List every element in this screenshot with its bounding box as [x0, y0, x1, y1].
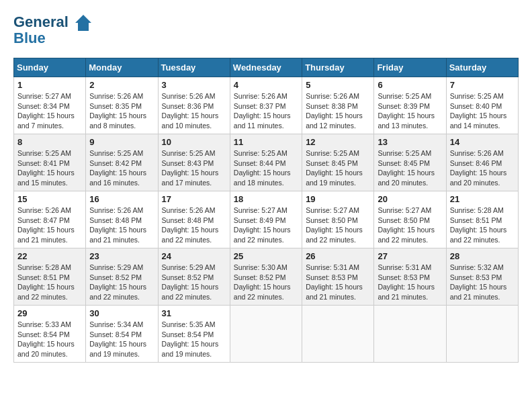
day-info: Sunrise: 5:25 AM Sunset: 8:43 PM Dayligh…	[162, 148, 226, 188]
day-number: 5	[306, 80, 370, 90]
day-info: Sunrise: 5:35 AM Sunset: 8:54 PM Dayligh…	[162, 320, 226, 359]
calendar-cell: 22Sunrise: 5:28 AM Sunset: 8:51 PM Dayli…	[14, 248, 86, 306]
day-number: 2	[89, 80, 154, 90]
day-number: 21	[450, 194, 515, 204]
calendar-cell	[230, 306, 302, 363]
day-number: 17	[162, 194, 226, 204]
day-info: Sunrise: 5:27 AM Sunset: 8:34 PM Dayligh…	[17, 91, 82, 131]
day-info: Sunrise: 5:25 AM Sunset: 8:41 PM Dayligh…	[17, 148, 82, 188]
calendar-cell: 20Sunrise: 5:27 AM Sunset: 8:50 PM Dayli…	[374, 191, 446, 248]
day-info: Sunrise: 5:31 AM Sunset: 8:53 PM Dayligh…	[306, 263, 370, 302]
logo-icon	[74, 13, 93, 32]
day-info: Sunrise: 5:29 AM Sunset: 8:52 PM Dayligh…	[162, 263, 226, 302]
day-info: Sunrise: 5:34 AM Sunset: 8:54 PM Dayligh…	[89, 320, 154, 359]
calendar-cell: 30Sunrise: 5:34 AM Sunset: 8:54 PM Dayli…	[86, 306, 158, 363]
day-number: 8	[17, 137, 82, 147]
day-info: Sunrise: 5:26 AM Sunset: 8:36 PM Dayligh…	[162, 91, 226, 131]
calendar-cell: 10Sunrise: 5:25 AM Sunset: 8:43 PM Dayli…	[158, 134, 230, 191]
day-info: Sunrise: 5:31 AM Sunset: 8:53 PM Dayligh…	[378, 263, 442, 302]
day-info: Sunrise: 5:25 AM Sunset: 8:45 PM Dayligh…	[306, 148, 370, 188]
day-number: 22	[17, 251, 82, 261]
calendar-cell: 17Sunrise: 5:26 AM Sunset: 8:48 PM Dayli…	[158, 191, 230, 248]
svg-marker-0	[75, 15, 91, 31]
day-number: 29	[17, 308, 82, 318]
calendar-cell: 16Sunrise: 5:26 AM Sunset: 8:48 PM Dayli…	[86, 191, 158, 248]
day-number: 23	[89, 251, 154, 261]
day-number: 26	[306, 251, 370, 261]
day-info: Sunrise: 5:25 AM Sunset: 8:44 PM Dayligh…	[234, 148, 298, 188]
day-number: 10	[162, 137, 226, 147]
calendar-cell: 6Sunrise: 5:25 AM Sunset: 8:39 PM Daylig…	[374, 77, 446, 134]
day-info: Sunrise: 5:27 AM Sunset: 8:50 PM Dayligh…	[306, 205, 370, 245]
week-row-1: 1Sunrise: 5:27 AM Sunset: 8:34 PM Daylig…	[14, 77, 519, 134]
calendar-cell: 29Sunrise: 5:33 AM Sunset: 8:54 PM Dayli…	[14, 306, 86, 363]
calendar-cell: 27Sunrise: 5:31 AM Sunset: 8:53 PM Dayli…	[374, 248, 446, 306]
calendar-cell	[374, 306, 446, 363]
day-info: Sunrise: 5:25 AM Sunset: 8:39 PM Dayligh…	[378, 91, 442, 131]
day-number: 28	[450, 251, 515, 261]
day-info: Sunrise: 5:28 AM Sunset: 8:51 PM Dayligh…	[450, 205, 515, 245]
day-number: 31	[162, 308, 226, 318]
calendar-cell: 5Sunrise: 5:26 AM Sunset: 8:38 PM Daylig…	[302, 77, 374, 134]
day-info: Sunrise: 5:25 AM Sunset: 8:42 PM Dayligh…	[89, 148, 154, 188]
col-header-thursday: Thursday	[302, 58, 374, 77]
calendar-cell: 14Sunrise: 5:26 AM Sunset: 8:46 PM Dayli…	[446, 134, 518, 191]
column-headers: SundayMondayTuesdayWednesdayThursdayFrid…	[14, 58, 519, 77]
week-row-3: 15Sunrise: 5:26 AM Sunset: 8:47 PM Dayli…	[14, 191, 519, 248]
day-info: Sunrise: 5:25 AM Sunset: 8:40 PM Dayligh…	[450, 91, 515, 131]
day-number: 11	[234, 137, 298, 147]
day-info: Sunrise: 5:29 AM Sunset: 8:52 PM Dayligh…	[89, 263, 154, 302]
day-info: Sunrise: 5:30 AM Sunset: 8:52 PM Dayligh…	[234, 263, 298, 302]
calendar-cell: 23Sunrise: 5:29 AM Sunset: 8:52 PM Dayli…	[86, 248, 158, 306]
day-number: 1	[17, 80, 82, 90]
col-header-friday: Friday	[374, 58, 446, 77]
calendar-table: SundayMondayTuesdayWednesdayThursdayFrid…	[13, 58, 519, 363]
day-number: 19	[306, 194, 370, 204]
day-info: Sunrise: 5:26 AM Sunset: 8:35 PM Dayligh…	[89, 91, 154, 131]
calendar-cell	[446, 306, 518, 363]
day-number: 6	[378, 80, 442, 90]
day-number: 14	[450, 137, 515, 147]
day-info: Sunrise: 5:26 AM Sunset: 8:37 PM Dayligh…	[234, 91, 298, 131]
calendar-cell: 12Sunrise: 5:25 AM Sunset: 8:45 PM Dayli…	[302, 134, 374, 191]
day-number: 7	[450, 80, 515, 90]
day-number: 18	[234, 194, 298, 204]
week-row-2: 8Sunrise: 5:25 AM Sunset: 8:41 PM Daylig…	[14, 134, 519, 191]
calendar-cell: 18Sunrise: 5:27 AM Sunset: 8:49 PM Dayli…	[230, 191, 302, 248]
header: General Blue	[13, 13, 519, 47]
day-number: 12	[306, 137, 370, 147]
calendar-cell: 24Sunrise: 5:29 AM Sunset: 8:52 PM Dayli…	[158, 248, 230, 306]
col-header-wednesday: Wednesday	[230, 58, 302, 77]
day-info: Sunrise: 5:28 AM Sunset: 8:51 PM Dayligh…	[17, 263, 82, 302]
day-info: Sunrise: 5:27 AM Sunset: 8:49 PM Dayligh…	[234, 205, 298, 245]
day-info: Sunrise: 5:26 AM Sunset: 8:46 PM Dayligh…	[450, 148, 515, 188]
col-header-saturday: Saturday	[446, 58, 518, 77]
day-number: 27	[378, 251, 442, 261]
calendar-cell: 19Sunrise: 5:27 AM Sunset: 8:50 PM Dayli…	[302, 191, 374, 248]
week-row-4: 22Sunrise: 5:28 AM Sunset: 8:51 PM Dayli…	[14, 248, 519, 306]
calendar-cell: 2Sunrise: 5:26 AM Sunset: 8:35 PM Daylig…	[86, 77, 158, 134]
day-number: 30	[89, 308, 154, 318]
calendar-cell: 21Sunrise: 5:28 AM Sunset: 8:51 PM Dayli…	[446, 191, 518, 248]
day-number: 9	[89, 137, 154, 147]
calendar-cell: 9Sunrise: 5:25 AM Sunset: 8:42 PM Daylig…	[86, 134, 158, 191]
calendar-cell: 28Sunrise: 5:32 AM Sunset: 8:53 PM Dayli…	[446, 248, 518, 306]
calendar-cell: 26Sunrise: 5:31 AM Sunset: 8:53 PM Dayli…	[302, 248, 374, 306]
calendar-cell	[302, 306, 374, 363]
day-info: Sunrise: 5:33 AM Sunset: 8:54 PM Dayligh…	[17, 320, 82, 359]
col-header-sunday: Sunday	[14, 58, 86, 77]
day-number: 4	[234, 80, 298, 90]
calendar-cell: 15Sunrise: 5:26 AM Sunset: 8:47 PM Dayli…	[14, 191, 86, 248]
calendar-cell: 13Sunrise: 5:25 AM Sunset: 8:45 PM Dayli…	[374, 134, 446, 191]
calendar-cell: 7Sunrise: 5:25 AM Sunset: 8:40 PM Daylig…	[446, 77, 518, 134]
col-header-monday: Monday	[86, 58, 158, 77]
day-number: 16	[89, 194, 154, 204]
day-info: Sunrise: 5:32 AM Sunset: 8:53 PM Dayligh…	[450, 263, 515, 302]
day-info: Sunrise: 5:26 AM Sunset: 8:48 PM Dayligh…	[89, 205, 154, 245]
day-info: Sunrise: 5:26 AM Sunset: 8:48 PM Dayligh…	[162, 205, 226, 245]
day-number: 3	[162, 80, 226, 90]
day-number: 24	[162, 251, 226, 261]
calendar-cell: 8Sunrise: 5:25 AM Sunset: 8:41 PM Daylig…	[14, 134, 86, 191]
day-number: 25	[234, 251, 298, 261]
calendar-cell: 3Sunrise: 5:26 AM Sunset: 8:36 PM Daylig…	[158, 77, 230, 134]
